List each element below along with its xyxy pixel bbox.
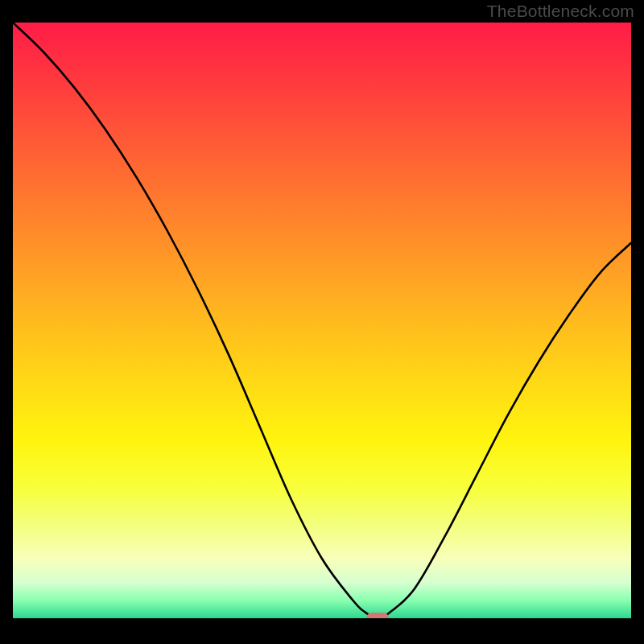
watermark-text: TheBottleneck.com	[487, 2, 634, 21]
optimal-marker	[366, 613, 389, 618]
chart-frame: TheBottleneck.com	[0, 0, 644, 644]
bottleneck-curve	[13, 23, 631, 618]
plot-area	[13, 23, 631, 618]
